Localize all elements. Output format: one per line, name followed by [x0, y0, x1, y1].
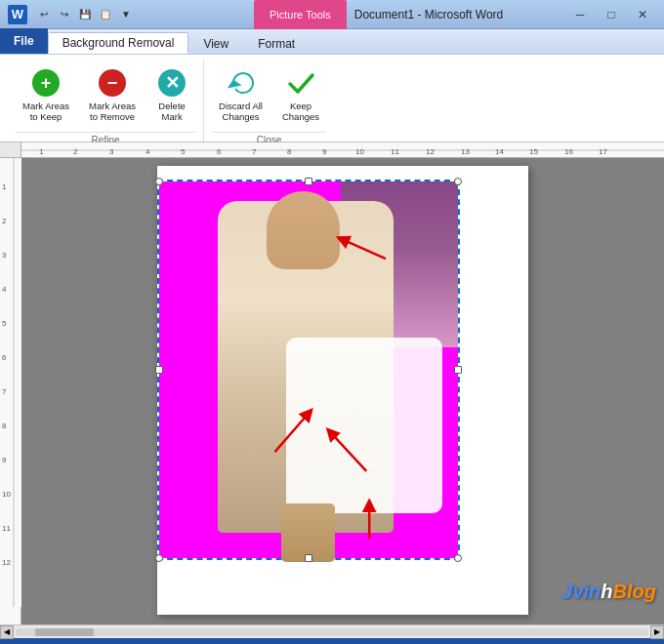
scroll-left-button[interactable]: ◀ [0, 625, 14, 639]
keep-changes-button[interactable]: KeepChanges [275, 62, 326, 128]
svg-rect-26 [0, 158, 21, 607]
svg-text:8: 8 [287, 147, 292, 156]
svg-text:3: 3 [2, 251, 7, 260]
vertical-ruler: 1 2 3 4 5 6 7 8 9 10 11 12 [0, 158, 21, 624]
ribbon-group-close: Discard AllChanges KeepChanges Close [204, 59, 334, 141]
svg-text:2: 2 [73, 147, 78, 156]
discard-label: Discard AllChanges [219, 101, 263, 123]
svg-text:16: 16 [564, 147, 573, 156]
scroll-thumb[interactable] [35, 628, 94, 636]
keep-changes-icon [285, 67, 316, 99]
refine-buttons: + Mark Areasto Keep − Mark Areasto Remov… [16, 59, 195, 132]
tab-format[interactable]: Format [243, 32, 310, 54]
watermark: JvinhBlog [561, 581, 656, 603]
watermark-h: h [601, 581, 612, 602]
svg-text:9: 9 [2, 456, 7, 464]
svg-text:8: 8 [2, 422, 7, 430]
document-page: JvinhBlog [21, 158, 664, 624]
mark-remove-icon: − [97, 67, 128, 99]
handle-bot-right[interactable] [454, 554, 462, 562]
horizontal-scrollbar[interactable]: ◀ ▶ [0, 624, 664, 638]
handle-bot-mid[interactable] [305, 554, 312, 562]
ribbon-content: + Mark Areasto Keep − Mark Areasto Remov… [0, 55, 664, 142]
svg-text:+: + [41, 73, 52, 93]
handle-bot-left[interactable] [155, 554, 163, 562]
ribbon-group-refine: + Mark Areasto Keep − Mark Areasto Remov… [8, 59, 204, 141]
svg-text:3: 3 [109, 147, 114, 156]
delete-mark-label: DeleteMark [158, 101, 185, 123]
svg-text:5: 5 [181, 147, 186, 156]
print-button[interactable]: 📋 [97, 6, 114, 23]
mark-keep-icon: + [30, 67, 62, 99]
svg-text:14: 14 [495, 147, 504, 156]
scroll-right-button[interactable]: ▶ [650, 625, 664, 639]
quick-access-toolbar: ↩ ↪ 💾 📋 ▼ [35, 6, 135, 23]
customize-button[interactable]: ▼ [117, 6, 135, 23]
document-title: Document1 - Microsoft Word [354, 8, 504, 21]
delete-mark-icon: ✕ [156, 67, 187, 99]
mark-remove-label: Mark Areasto Remove [89, 101, 136, 123]
undo-button[interactable]: ↩ [35, 6, 53, 23]
svg-text:6: 6 [217, 147, 222, 156]
picture-tools-label: Picture Tools [254, 0, 347, 29]
svg-text:12: 12 [2, 558, 11, 567]
svg-text:1: 1 [2, 182, 7, 191]
svg-text:12: 12 [426, 147, 435, 156]
document-area: 1 2 3 4 5 6 7 8 9 10 11 12 [0, 158, 664, 624]
svg-text:6: 6 [2, 353, 7, 362]
close-buttons: Discard AllChanges KeepChanges [212, 59, 326, 132]
title-bar: W ↩ ↪ 💾 📋 ▼ Picture Tools Document1 - Mi… [0, 0, 664, 29]
svg-text:7: 7 [2, 387, 7, 396]
svg-text:9: 9 [322, 147, 327, 156]
horizontal-ruler: 1 2 3 4 5 6 7 8 9 10 11 12 13 14 15 16 1… [21, 142, 664, 158]
svg-text:17: 17 [599, 147, 607, 156]
status-bar: Page: 1 of 1 Words: 0 [0, 638, 664, 644]
close-window-button[interactable]: ✕ [629, 5, 656, 24]
delete-mark-button[interactable]: ✕ DeleteMark [148, 62, 195, 128]
scroll-track [16, 628, 648, 636]
svg-text:10: 10 [355, 147, 364, 156]
svg-text:2: 2 [2, 217, 7, 225]
svg-text:7: 7 [252, 147, 257, 156]
person-silhouette [218, 201, 394, 533]
page-content [157, 166, 528, 615]
svg-text:✕: ✕ [165, 73, 180, 93]
mark-areas-remove-button[interactable]: − Mark Areasto Remove [82, 62, 143, 128]
handle-mid-right[interactable] [454, 366, 462, 374]
keep-changes-label: KeepChanges [282, 101, 319, 123]
titlebar-left: W ↩ ↪ 💾 📋 ▼ [8, 5, 135, 24]
watermark-blog: Blog [613, 581, 656, 602]
mark-areas-keep-button[interactable]: + Mark Areasto Keep [16, 62, 76, 128]
ribbon-tab-row: File Background Removal View Format [0, 29, 664, 55]
svg-text:5: 5 [2, 319, 7, 328]
image-container[interactable] [157, 180, 460, 560]
ruler-container: 1 2 3 4 5 6 7 8 9 10 11 12 13 14 15 16 1… [0, 142, 664, 158]
tab-background-removal[interactable]: Background Removal [48, 32, 189, 54]
handle-top-right[interactable] [454, 178, 462, 185]
dress-area [286, 338, 442, 513]
maximize-button[interactable]: □ [598, 5, 625, 24]
handle-mid-left[interactable] [155, 366, 163, 374]
ruler-corner [0, 142, 21, 158]
discard-all-changes-button[interactable]: Discard AllChanges [212, 62, 270, 128]
tab-view[interactable]: View [188, 32, 243, 54]
save-button[interactable]: 💾 [76, 6, 94, 23]
svg-text:4: 4 [2, 285, 7, 294]
tab-file[interactable]: File [0, 28, 48, 54]
svg-marker-6 [229, 81, 239, 87]
minimize-button[interactable]: ─ [566, 5, 594, 24]
svg-text:11: 11 [391, 147, 399, 156]
mark-keep-label: Mark Areasto Keep [22, 101, 69, 123]
svg-text:−: − [107, 73, 118, 93]
handle-top-left[interactable] [155, 178, 163, 185]
word-icon: W [8, 5, 27, 24]
discard-icon [226, 67, 257, 99]
watermark-jvin: Jvin [561, 581, 601, 602]
title-center: Picture Tools Document1 - Microsoft Word [254, 0, 503, 29]
svg-text:4: 4 [145, 147, 150, 156]
svg-text:15: 15 [529, 147, 538, 156]
handle-top-mid[interactable] [305, 178, 312, 185]
svg-text:10: 10 [2, 490, 11, 499]
redo-button[interactable]: ↪ [56, 6, 73, 23]
svg-text:11: 11 [2, 524, 11, 533]
